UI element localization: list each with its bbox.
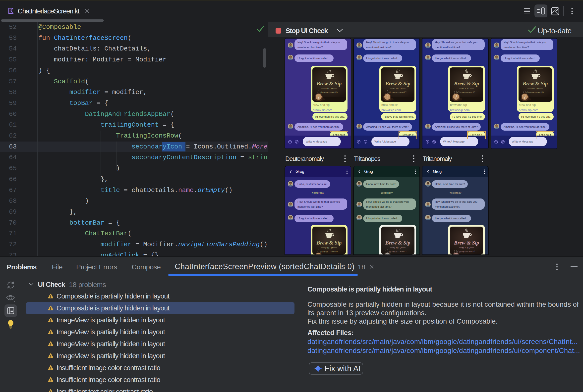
svg-text:ONID: ONID — [325, 246, 334, 249]
svg-text:ONID: ONID — [462, 87, 471, 90]
svg-text:Brew & Sip: Brew & Sip — [522, 80, 548, 86]
svg-text:ONID: ONID — [393, 246, 402, 249]
svg-text:Brew & Sip: Brew & Sip — [316, 240, 342, 246]
svg-text:COFFEETCNSIDY: COFFEETCNSIDY — [526, 91, 545, 94]
svg-text:COFFEETCNSIDY: COFFEETCNSIDY — [457, 91, 476, 94]
svg-text:COFFEETCNSIDY: COFFEETCNSIDY — [320, 91, 339, 94]
svg-text:ONID: ONID — [325, 87, 334, 90]
svg-text:COFFEETCNSIDY: COFFEETCNSIDY — [389, 91, 407, 94]
svg-text:Brew & Sip: Brew & Sip — [454, 240, 479, 246]
svg-text:Brew & Sip: Brew & Sip — [316, 80, 342, 86]
svg-text:COFFEETCNSIDY: COFFEETCNSIDY — [389, 250, 407, 253]
svg-text:COFFEETCNSIDY: COFFEETCNSIDY — [457, 250, 476, 253]
svg-text:ONID: ONID — [393, 87, 402, 90]
svg-text:ONID: ONID — [531, 87, 540, 90]
svg-text:COFFEETCNSIDY: COFFEETCNSIDY — [320, 250, 339, 253]
svg-text:ONID: ONID — [462, 246, 471, 249]
svg-text:Brew & Sip: Brew & Sip — [454, 80, 479, 86]
svg-text:Brew & Sip: Brew & Sip — [385, 240, 410, 246]
svg-text:Brew & Sip: Brew & Sip — [385, 80, 410, 86]
